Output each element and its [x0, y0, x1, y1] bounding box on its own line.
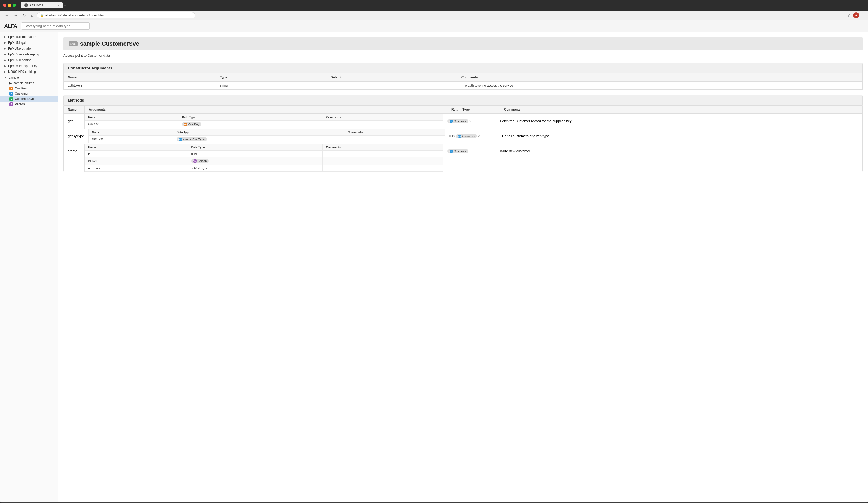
key-badge: K	[10, 86, 13, 90]
table-row: custKey Key CustKey	[85, 121, 443, 128]
tab-close-button[interactable]: ×	[58, 4, 59, 7]
sidebar-item-customer[interactable]: E Customer	[0, 91, 58, 96]
entity-badge: Ent	[458, 135, 461, 138]
constructor-table: Name Type Default Comments authtoken str…	[63, 73, 863, 90]
arg-col-comments: Comments	[323, 114, 443, 121]
url-bar[interactable]: 🔒 alfa-lang.io/labs/alfadocs-demo/index.…	[37, 12, 195, 19]
type-pill: Tra Person	[191, 159, 209, 163]
sidebar-item-label: sample	[9, 76, 19, 80]
method-get-comments-cell: Fetch the Customer record for the suppli…	[496, 114, 863, 129]
sidebar-item-custkey[interactable]: K CustKey	[0, 86, 58, 91]
constructor-arg-name: authtoken	[64, 82, 216, 90]
sidebar-item-fpml5-pretrade[interactable]: ▶ FpML5.pretrade	[0, 46, 58, 51]
reload-button[interactable]: ↻	[21, 13, 28, 18]
method-row-create: create Name Data Type Comments	[64, 144, 862, 172]
method-create-name: create	[68, 149, 77, 153]
return-type-pill: Ent Customer	[447, 149, 468, 153]
sidebar-item-label: CustomerSvc	[15, 97, 34, 101]
arg-col-datatype: Data Type	[173, 129, 344, 136]
methods-col-comments: Comments	[500, 105, 862, 114]
method-getbytype-name-cell: getByType	[64, 129, 89, 144]
forward-button[interactable]: →	[12, 13, 19, 18]
back-button[interactable]: ←	[3, 13, 10, 18]
col-comments: Comments	[457, 73, 862, 82]
tab-bar: A Alfa Docs × +	[21, 2, 66, 9]
type-pill: Key CustKey	[182, 122, 202, 126]
table-row: person Tra Person	[85, 157, 443, 165]
table-row: Accounts set< string >	[85, 165, 443, 172]
menu-button[interactable]: ⋮	[861, 13, 865, 18]
minimize-traffic-light[interactable]	[8, 4, 11, 7]
methods-section: Methods Name Arguments Return Type Comme…	[63, 95, 863, 172]
method-getbytype-args-cell: Name Data Type Comments custType	[89, 129, 445, 144]
browser-toolbar: ← → ↻ ⌂ 🔒 alfa-lang.io/labs/alfadocs-dem…	[0, 11, 868, 20]
arg-name: custKey	[85, 121, 179, 128]
maximize-traffic-light[interactable]	[13, 4, 16, 7]
col-default: Default	[326, 73, 457, 82]
arg-name: Id	[85, 151, 188, 157]
tab-title: Alfa Docs	[30, 3, 43, 7]
constructor-arg-type: string	[216, 82, 326, 90]
sidebar-item-fpml5-legal[interactable]: ▶ FpML5.legal	[0, 40, 58, 46]
sidebar-item-customersvc[interactable]: S CustomerSvc	[0, 96, 58, 102]
entity-badge: Ent	[450, 150, 453, 153]
tab-favicon-icon: A	[24, 3, 28, 7]
active-tab[interactable]: A Alfa Docs ×	[21, 2, 63, 9]
service-title: sample.CustomerSvc	[80, 40, 139, 47]
service-description: Access point to Customer data	[63, 53, 863, 58]
sidebar-item-person[interactable]: T Person	[0, 102, 58, 107]
trait-badge: Tra	[193, 160, 197, 163]
arg-col-datatype: Data Type	[188, 144, 323, 151]
method-getbytype-name: getByType	[68, 134, 84, 138]
sidebar-item-sample[interactable]: ▼ sample	[0, 75, 58, 81]
method-row-get: get Name Data Type Comments	[64, 114, 862, 129]
sidebar: ▶ FpML5.confirmation ▶ FpML5.legal ▶ FpM…	[0, 32, 58, 502]
method-get-return-cell: Ent Customer ?	[443, 114, 496, 129]
type-pill: Enm enums.CustType	[176, 137, 207, 142]
bookmark-button[interactable]: ☆	[848, 13, 851, 18]
sidebar-item-fpml5-confirmation[interactable]: ▶ FpML5.confirmation	[0, 34, 58, 40]
app-body: ▶ FpML5.confirmation ▶ FpML5.legal ▶ FpM…	[0, 32, 868, 502]
sidebar-item-fpml5-recordkeeping[interactable]: ▶ FpML5.recordkeeping	[0, 51, 58, 57]
sidebar-item-label: Person	[15, 102, 25, 106]
app-header: ALFA	[0, 20, 868, 32]
lock-icon: 🔒	[40, 14, 43, 17]
method-get-comments: Fetch the Customer record for the suppli…	[500, 119, 572, 123]
arg-comments	[323, 157, 443, 165]
col-type: Type	[216, 73, 326, 82]
sidebar-item-fpml5-reporting[interactable]: ▶ FpML5.reporting	[0, 57, 58, 63]
sidebar-item-label: FpML5.transparency	[8, 64, 37, 68]
close-traffic-light[interactable]	[3, 4, 6, 7]
sidebar-item-n2000-xmldsig[interactable]: ▶ N2000.N09.xmldsig	[0, 69, 58, 75]
toolbar-right: ☆ A ⋮	[848, 12, 865, 18]
sidebar-item-sample-enums[interactable]: ▶ sample.enums	[0, 81, 58, 86]
methods-header-row: Name Arguments Return Type Comments	[64, 105, 862, 114]
chevron-right-icon: ▶	[4, 35, 6, 38]
search-input[interactable]	[21, 22, 90, 30]
new-tab-button[interactable]: +	[64, 3, 66, 8]
arg-col-comments: Comments	[344, 129, 445, 136]
arg-datatype: set< string >	[188, 165, 323, 172]
constructor-arg-comments: The auth token to access the service	[457, 82, 862, 90]
user-avatar[interactable]: A	[853, 12, 859, 18]
sidebar-item-label: CustKey	[15, 86, 27, 90]
method-get-name: get	[68, 119, 73, 123]
method-create-args-table: Name Data Type Comments Id uuid	[85, 144, 443, 172]
method-create-comments-cell: Write new customer	[496, 144, 863, 172]
method-get-args-cell: Name Data Type Comments custKey	[85, 114, 443, 129]
home-button[interactable]: ⌂	[30, 13, 35, 18]
chevron-down-icon: ▼	[4, 76, 7, 79]
arg-name: person	[85, 157, 188, 165]
return-type-pill: Ent Customer	[456, 134, 477, 138]
sidebar-item-label: FpML5.reporting	[8, 58, 31, 62]
entity-badge: Ent	[450, 120, 453, 123]
sidebar-item-fpml5-transparency[interactable]: ▶ FpML5.transparency	[0, 63, 58, 69]
return-type-suffix: >	[478, 134, 480, 138]
sidebar-item-label: N2000.N09.xmldsig	[8, 70, 36, 74]
enum-badge: Enm	[179, 138, 182, 141]
service-header: Svc sample.CustomerSvc	[63, 37, 863, 50]
method-get-args-table: Name Data Type Comments custKey	[85, 114, 443, 128]
app-container: ALFA ▶ FpML5.confirmation ▶ FpML5.legal …	[0, 20, 868, 502]
chevron-right-icon: ▶	[4, 47, 6, 50]
sidebar-item-label: sample.enums	[13, 81, 34, 85]
